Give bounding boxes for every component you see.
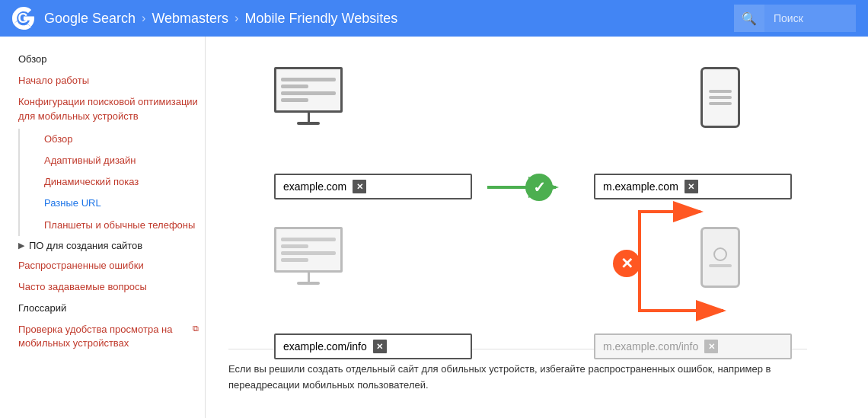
phone-screen-bottom bbox=[700, 227, 740, 288]
sidebar-item-faq[interactable]: Часто задаваемые вопросы bbox=[12, 276, 205, 298]
desktop-device-top bbox=[274, 67, 343, 125]
main-content: example.com ✕ m.example.com ✕ example.co… bbox=[206, 37, 868, 418]
header: G Google Search › Webmasters › Mobile Fr… bbox=[0, 0, 868, 37]
monitor-line-b1 bbox=[281, 238, 336, 241]
url-text-bottom-right: m.example.com/info bbox=[603, 340, 698, 353]
main-layout: Обзор Начало работы Конфигурации поисков… bbox=[0, 37, 868, 418]
url-text-top-right: m.example.com bbox=[603, 180, 678, 193]
search-input[interactable] bbox=[764, 5, 856, 32]
url-close-top-left[interactable]: ✕ bbox=[353, 180, 366, 193]
monitor-line-1 bbox=[281, 78, 336, 81]
monitor-screen-top bbox=[274, 67, 343, 113]
sidebar-item-different-url[interactable]: Разные URL bbox=[26, 193, 205, 214]
x-circle-icon: ✕ bbox=[613, 250, 640, 277]
sidebar-item-konfig[interactable]: Конфигурации поисковой оптимизации для м… bbox=[12, 91, 205, 126]
sidebar: Обзор Начало работы Конфигурации поисков… bbox=[0, 37, 206, 418]
phone-line-2 bbox=[709, 96, 732, 99]
search-button[interactable]: 🔍 bbox=[734, 5, 764, 32]
desktop-device-bottom bbox=[274, 227, 343, 285]
monitor-content bbox=[276, 73, 340, 107]
sidebar-item-check[interactable]: Проверка удобства просмотра на мобильных… bbox=[12, 319, 205, 354]
breadcrumb: Google Search › Webmasters › Mobile Frie… bbox=[44, 11, 725, 27]
url-box-bottom-right: m.example.com/info ✕ bbox=[594, 333, 792, 359]
mobile-device-top bbox=[700, 67, 740, 128]
sidebar-item-tablets[interactable]: Планшеты и обычные телефоны bbox=[26, 215, 205, 236]
sidebar-item-dynamic[interactable]: Динамический показ bbox=[26, 171, 205, 193]
breadcrumb-webmasters[interactable]: Webmasters bbox=[152, 11, 228, 27]
phone-line-3 bbox=[709, 102, 732, 105]
phone-line-1 bbox=[709, 90, 732, 93]
monitor-line-3 bbox=[281, 91, 336, 95]
sidebar-item-po[interactable]: ▶ ПО для создания сайтов bbox=[12, 236, 205, 255]
monitor-stand-top bbox=[308, 113, 310, 122]
breadcrumb-mobile-friendly[interactable]: Mobile Friendly Websites bbox=[244, 11, 397, 27]
monitor-content-bottom bbox=[276, 233, 340, 266]
url-box-top-left: example.com ✕ bbox=[274, 174, 472, 199]
monitor-stand-bottom bbox=[308, 273, 310, 282]
monitor-base-bottom bbox=[297, 282, 320, 285]
phone-screen-top bbox=[700, 67, 740, 128]
expand-arrow-icon: ▶ bbox=[18, 241, 24, 250]
url-close-bottom-right[interactable]: ✕ bbox=[704, 340, 718, 353]
url-box-top-right: m.example.com ✕ bbox=[594, 174, 792, 199]
sidebar-item-adaptive[interactable]: Адаптивный дизайн bbox=[26, 150, 205, 171]
breadcrumb-google-search[interactable]: Google Search bbox=[44, 11, 136, 27]
url-close-bottom-left[interactable]: ✕ bbox=[373, 340, 387, 353]
monitor-line-b2 bbox=[281, 244, 308, 248]
url-text-bottom-left: example.com/info bbox=[283, 340, 367, 353]
sidebar-item-glossary[interactable]: Глоссарий bbox=[12, 298, 205, 319]
monitor-base-top bbox=[297, 122, 320, 125]
diagram: example.com ✕ m.example.com ✕ example.co… bbox=[228, 52, 807, 333]
sidebar-item-errors[interactable]: Распространенные ошибки bbox=[12, 255, 205, 276]
monitor-screen-bottom bbox=[274, 227, 343, 273]
svg-text:G: G bbox=[18, 11, 29, 26]
monitor-line-b4 bbox=[281, 258, 308, 262]
phone-line-b1 bbox=[709, 264, 732, 267]
phone-icon-circle bbox=[713, 247, 727, 261]
external-link-icon: ⧉ bbox=[193, 323, 199, 334]
url-close-top-right[interactable]: ✕ bbox=[685, 180, 698, 193]
google-logo-icon: G bbox=[12, 7, 35, 30]
sidebar-item-nachalo[interactable]: Начало работы bbox=[12, 70, 205, 91]
breadcrumb-sep-2: › bbox=[235, 11, 238, 25]
url-box-bottom-left: example.com/info ✕ bbox=[274, 333, 472, 359]
sidebar-item-obzor[interactable]: Обзор bbox=[12, 49, 205, 70]
url-text-top-left: example.com bbox=[283, 180, 346, 193]
monitor-line-2 bbox=[281, 85, 308, 88]
monitor-line-b3 bbox=[281, 251, 336, 255]
sidebar-item-obzor2[interactable]: Обзор bbox=[26, 129, 205, 150]
search-area: 🔍 bbox=[734, 5, 856, 32]
mobile-device-bottom bbox=[700, 227, 740, 288]
monitor-line-4 bbox=[281, 98, 308, 102]
breadcrumb-sep-1: › bbox=[142, 11, 145, 25]
check-circle-icon: ✓ bbox=[525, 174, 553, 201]
